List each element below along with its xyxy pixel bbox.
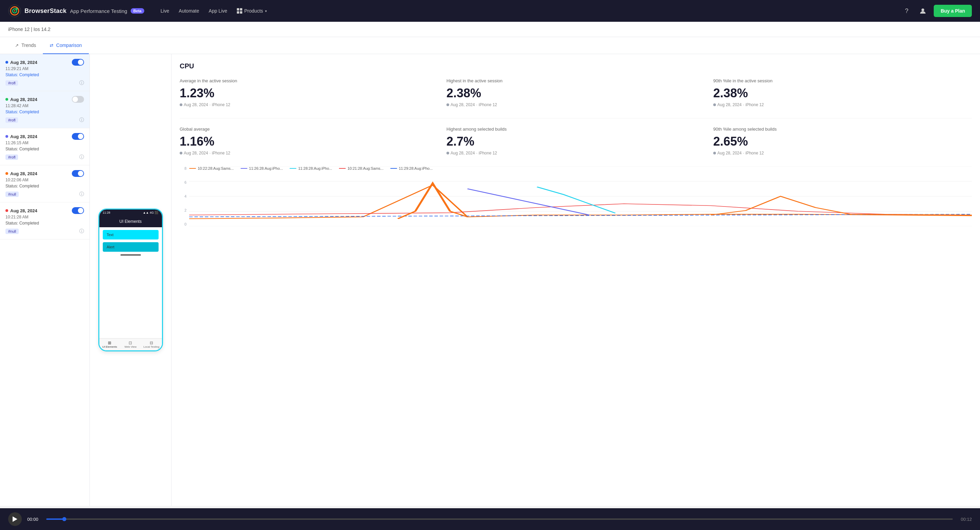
metric-label-3: Global average xyxy=(180,127,438,132)
cpu-title: CPU xyxy=(180,62,972,70)
session-dot-2 xyxy=(5,98,8,101)
session-item-1[interactable]: Aug 28, 2024 11:29:21 AM Status: Complet… xyxy=(0,54,89,91)
chart-y-labels: 8 6 4 2 0 xyxy=(180,167,188,226)
info-icon-1[interactable]: ⓘ xyxy=(79,80,84,86)
metric-value-0: 1.23% xyxy=(180,86,438,100)
session-item-4[interactable]: Aug 28, 2024 10:22:06 AM Status: Complet… xyxy=(0,165,89,202)
phone-frame: 11:28 ▲▲ 4G ⬛ UI Elements Text Alert ⊞ U… xyxy=(98,208,163,351)
session-item-3[interactable]: Aug 28, 2024 11:26:15 AM Status: Complet… xyxy=(0,128,89,165)
tab-trends[interactable]: ↗ Trends xyxy=(8,37,43,54)
info-icon-5[interactable]: ⓘ xyxy=(79,228,84,234)
session-tag-2: #rofl xyxy=(5,117,18,123)
phone-status-icons: ▲▲ 4G ⬛ xyxy=(143,211,159,214)
session-date-1: Aug 28, 2024 xyxy=(5,60,37,65)
products-menu[interactable]: Products ▾ xyxy=(233,5,271,16)
session-tag-3: #rofl xyxy=(5,154,18,160)
metric-dot-3 xyxy=(180,152,182,154)
buy-plan-button[interactable]: Buy a Plan xyxy=(934,5,972,17)
phone-screen-title: UI Elements xyxy=(99,216,162,227)
session-toggle-5[interactable] xyxy=(72,207,84,214)
tab-trends-label: Trends xyxy=(21,43,36,48)
comparison-icon: ⇄ xyxy=(50,43,53,48)
tab-comparison-label: Comparison xyxy=(56,43,82,48)
phone-nav-web[interactable]: ⊡ Web View xyxy=(120,341,141,348)
help-icon[interactable]: ? xyxy=(901,5,912,16)
tabs-bar: ↗ Trends ⇄ Comparison xyxy=(0,37,980,54)
session-toggle-1[interactable] xyxy=(72,59,84,66)
beta-badge: Beta xyxy=(130,8,144,14)
session-time-2: 11:28:42 AM xyxy=(5,103,84,108)
metric-card-0: Average in the active session 1.23% Aug … xyxy=(180,78,438,107)
navbar: BrowserStack App Performance Testing Bet… xyxy=(0,0,980,22)
phone-preview: 11:28 ▲▲ 4G ⬛ UI Elements Text Alert ⊞ U… xyxy=(90,54,172,506)
phone-nav-local-icon: ⊟ xyxy=(141,341,162,345)
tab-comparison[interactable]: ⇄ Comparison xyxy=(43,37,89,54)
y-label-2: 2 xyxy=(185,208,186,212)
metric-card-3: Global average 1.16% Aug 28, 2024 · iPho… xyxy=(180,127,438,156)
session-tag-1: #rofl xyxy=(5,80,18,86)
content-area: 11:28 ▲▲ 4G ⬛ UI Elements Text Alert ⊞ U… xyxy=(90,54,980,506)
metric-card-2: 90th %ile in the active session 2.38% Au… xyxy=(713,78,972,107)
nav-link-applive[interactable]: App Live xyxy=(205,5,231,16)
metric-card-1: Highest in the active session 2.38% Aug … xyxy=(447,78,705,107)
nav-link-live[interactable]: Live xyxy=(156,5,173,16)
metric-card-5: 90th %ile among selected builds 2.65% Au… xyxy=(713,127,972,156)
user-icon[interactable] xyxy=(917,5,928,16)
phone-nav-local[interactable]: ⊟ Local Testing xyxy=(141,341,162,348)
y-label-0: 0 xyxy=(185,222,186,226)
metric-meta-2: Aug 28, 2024 · iPhone 12 xyxy=(713,102,972,107)
nav-link-automate[interactable]: Automate xyxy=(175,5,203,16)
metric-meta-5: Aug 28, 2024 · iPhone 12 xyxy=(713,151,972,156)
session-status-1: Status: Completed xyxy=(5,73,84,77)
session-dot-1 xyxy=(5,61,8,63)
metric-value-5: 2.65% xyxy=(713,134,972,149)
metric-label-1: Highest in the active session xyxy=(447,78,705,83)
phone-element-alert: Alert xyxy=(103,242,159,252)
phone-nav-ui-icon: ⊞ xyxy=(99,341,120,345)
session-status-4: Status: Completed xyxy=(5,184,84,189)
cpu-chart: 8 6 4 2 0 xyxy=(180,167,972,234)
sub-header: iPhone 12 | Ios 14.2 xyxy=(0,22,980,37)
session-item-2[interactable]: Aug 28, 2024 11:28:42 AM Status: Complet… xyxy=(0,91,89,128)
main-layout: Aug 28, 2024 11:29:21 AM Status: Complet… xyxy=(0,54,980,506)
session-tag-4: #null xyxy=(5,192,19,197)
session-toggle-4[interactable] xyxy=(72,170,84,177)
session-date-4: Aug 28, 2024 xyxy=(5,171,37,176)
metric-value-2: 2.38% xyxy=(713,86,972,100)
session-toggle-3[interactable] xyxy=(72,133,84,140)
session-dot-4 xyxy=(5,172,8,175)
chevron-down-icon: ▾ xyxy=(265,9,267,13)
info-icon-3[interactable]: ⓘ xyxy=(79,154,84,160)
nav-right: ? Buy a Plan xyxy=(901,5,972,17)
nav-links: Live Automate App Live Products ▾ xyxy=(156,5,271,16)
session-status-2: Status: Completed xyxy=(5,109,84,114)
device-info: iPhone 12 | Ios 14.2 xyxy=(8,27,50,32)
session-item-5[interactable]: Aug 28, 2024 10:21:28 AM Status: Complet… xyxy=(0,202,89,240)
metrics-grid-top: Average in the active session 1.23% Aug … xyxy=(180,78,972,107)
phone-nav-web-icon: ⊡ xyxy=(120,341,141,345)
session-time-4: 10:22:06 AM xyxy=(5,178,84,182)
session-toggle-2[interactable] xyxy=(72,96,84,103)
session-time-1: 11:29:21 AM xyxy=(5,66,84,71)
session-date-3: Aug 28, 2024 xyxy=(5,134,37,139)
metric-label-2: 90th %ile in the active session xyxy=(713,78,972,83)
metric-value-3: 1.16% xyxy=(180,134,438,149)
brand-product: App Performance Testing xyxy=(70,8,127,14)
sidebar: Aug 28, 2024 11:29:21 AM Status: Complet… xyxy=(0,54,90,506)
metric-meta-0: Aug 28, 2024 · iPhone 12 xyxy=(180,102,438,107)
brand: BrowserStack App Performance Testing Bet… xyxy=(8,5,144,17)
info-icon-4[interactable]: ⓘ xyxy=(79,191,84,197)
phone-bottom-nav: ⊞ UI Elements ⊡ Web View ⊟ Local Testing xyxy=(99,338,162,351)
brand-name: BrowserStack xyxy=(24,8,67,14)
phone-time: 11:28 xyxy=(103,211,111,214)
metrics-panel: CPU Average in the active session 1.23% … xyxy=(172,54,980,506)
info-icon-2[interactable]: ⓘ xyxy=(79,117,84,123)
brand-logo xyxy=(8,5,21,17)
phone-nav-ui[interactable]: ⊞ UI Elements xyxy=(99,341,120,348)
products-grid-icon xyxy=(237,8,242,14)
metric-value-4: 2.7% xyxy=(447,134,705,149)
metric-meta-1: Aug 28, 2024 · iPhone 12 xyxy=(447,102,705,107)
phone-status-bar: 11:28 ▲▲ 4G ⬛ xyxy=(99,209,162,216)
chart-svg-wrap xyxy=(189,167,972,226)
metric-label-5: 90th %ile among selected builds xyxy=(713,127,972,132)
